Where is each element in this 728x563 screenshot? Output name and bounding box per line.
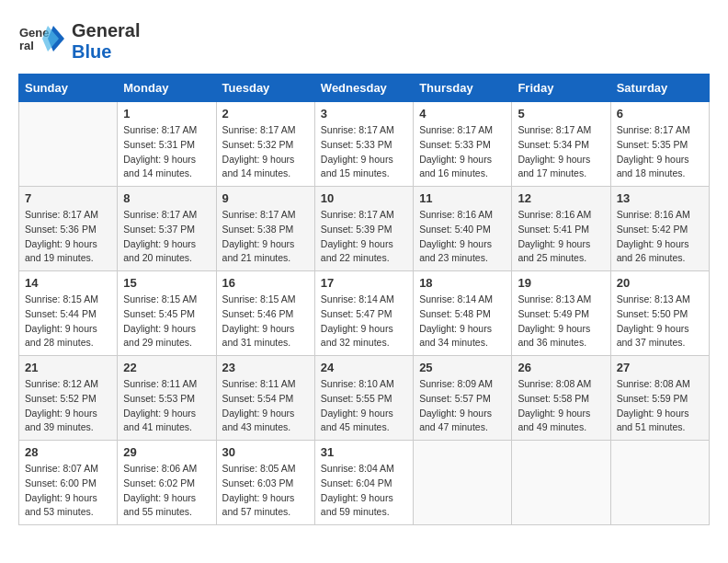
day-info: Sunrise: 8:04 AMSunset: 6:04 PMDaylight:…	[321, 462, 407, 520]
day-info: Sunrise: 8:09 AMSunset: 5:57 PMDaylight:…	[419, 377, 506, 435]
day-number: 7	[25, 191, 111, 205]
header-cell-wednesday: Wednesday	[314, 75, 413, 102]
day-number: 16	[222, 276, 309, 290]
day-cell: 15Sunrise: 8:15 AMSunset: 5:45 PMDayligh…	[118, 271, 216, 356]
day-info: Sunrise: 8:05 AMSunset: 6:03 PMDaylight:…	[222, 462, 309, 520]
day-info: Sunrise: 8:10 AMSunset: 5:55 PMDaylight:…	[321, 377, 407, 435]
day-info: Sunrise: 8:17 AMSunset: 5:33 PMDaylight:…	[419, 123, 506, 181]
logo-svg: Gene ral	[18, 18, 64, 64]
day-number: 13	[617, 191, 703, 205]
day-cell: 14Sunrise: 8:15 AMSunset: 5:44 PMDayligh…	[19, 271, 118, 356]
day-cell: 12Sunrise: 8:16 AMSunset: 5:41 PMDayligh…	[512, 187, 610, 271]
day-info: Sunrise: 8:08 AMSunset: 5:58 PMDaylight:…	[518, 377, 604, 435]
header-cell-tuesday: Tuesday	[216, 75, 314, 102]
day-number: 17	[321, 276, 407, 290]
day-info: Sunrise: 8:16 AMSunset: 5:42 PMDaylight:…	[617, 208, 703, 266]
week-row-3: 14Sunrise: 8:15 AMSunset: 5:44 PMDayligh…	[19, 271, 710, 356]
logo: Gene ral General Blue	[18, 18, 140, 64]
day-info: Sunrise: 8:17 AMSunset: 5:32 PMDaylight:…	[222, 123, 309, 181]
day-cell: 9Sunrise: 8:17 AMSunset: 5:38 PMDaylight…	[216, 187, 314, 271]
day-number: 25	[419, 361, 506, 374]
header-row: SundayMondayTuesdayWednesdayThursdayFrid…	[19, 75, 710, 102]
day-cell	[19, 102, 118, 187]
day-cell: 16Sunrise: 8:15 AMSunset: 5:46 PMDayligh…	[216, 271, 314, 356]
day-cell: 31Sunrise: 8:04 AMSunset: 6:04 PMDayligh…	[314, 441, 413, 525]
day-cell: 26Sunrise: 8:08 AMSunset: 5:58 PMDayligh…	[512, 356, 610, 441]
day-cell: 7Sunrise: 8:17 AMSunset: 5:36 PMDaylight…	[19, 187, 118, 271]
day-number: 26	[518, 361, 604, 374]
day-info: Sunrise: 8:15 AMSunset: 5:46 PMDaylight:…	[222, 293, 309, 350]
svg-text:ral: ral	[19, 39, 34, 52]
day-cell: 21Sunrise: 8:12 AMSunset: 5:52 PMDayligh…	[19, 356, 118, 441]
day-info: Sunrise: 8:12 AMSunset: 5:52 PMDaylight:…	[25, 377, 111, 435]
day-number: 24	[321, 361, 407, 374]
logo-blue: Blue	[72, 41, 140, 63]
day-number: 5	[518, 107, 604, 121]
day-info: Sunrise: 8:15 AMSunset: 5:45 PMDaylight:…	[123, 293, 210, 350]
day-number: 19	[518, 276, 604, 290]
calendar-body: 1Sunrise: 8:17 AMSunset: 5:31 PMDaylight…	[19, 102, 710, 525]
day-info: Sunrise: 8:13 AMSunset: 5:49 PMDaylight:…	[518, 293, 604, 350]
day-number: 3	[321, 107, 407, 121]
header-cell-monday: Monday	[118, 75, 216, 102]
calendar-table: SundayMondayTuesdayWednesdayThursdayFrid…	[18, 74, 710, 525]
day-info: Sunrise: 8:13 AMSunset: 5:50 PMDaylight:…	[617, 293, 703, 350]
day-cell: 13Sunrise: 8:16 AMSunset: 5:42 PMDayligh…	[610, 187, 709, 271]
day-info: Sunrise: 8:17 AMSunset: 5:36 PMDaylight:…	[25, 208, 111, 266]
week-row-2: 7Sunrise: 8:17 AMSunset: 5:36 PMDaylight…	[19, 187, 710, 271]
day-number: 22	[123, 361, 210, 374]
day-info: Sunrise: 8:17 AMSunset: 5:38 PMDaylight:…	[222, 208, 309, 266]
day-cell: 6Sunrise: 8:17 AMSunset: 5:35 PMDaylight…	[610, 102, 709, 187]
day-info: Sunrise: 8:11 AMSunset: 5:54 PMDaylight:…	[222, 377, 309, 435]
day-cell	[610, 441, 709, 525]
day-cell: 8Sunrise: 8:17 AMSunset: 5:37 PMDaylight…	[118, 187, 216, 271]
day-cell: 10Sunrise: 8:17 AMSunset: 5:39 PMDayligh…	[314, 187, 413, 271]
day-cell: 5Sunrise: 8:17 AMSunset: 5:34 PMDaylight…	[512, 102, 610, 187]
header-cell-friday: Friday	[512, 75, 610, 102]
day-info: Sunrise: 8:06 AMSunset: 6:02 PMDaylight:…	[123, 462, 210, 520]
day-number: 2	[222, 107, 309, 121]
day-number: 8	[123, 191, 210, 205]
day-cell: 28Sunrise: 8:07 AMSunset: 6:00 PMDayligh…	[19, 441, 118, 525]
logo-name: General Blue	[72, 20, 140, 63]
logo-general: General	[72, 20, 140, 41]
day-number: 23	[222, 361, 309, 374]
day-info: Sunrise: 8:17 AMSunset: 5:31 PMDaylight:…	[123, 123, 210, 181]
day-number: 30	[222, 445, 309, 459]
header-cell-thursday: Thursday	[414, 75, 512, 102]
day-number: 6	[617, 107, 703, 121]
day-cell: 23Sunrise: 8:11 AMSunset: 5:54 PMDayligh…	[216, 356, 314, 441]
day-info: Sunrise: 8:14 AMSunset: 5:47 PMDaylight:…	[321, 293, 407, 350]
day-info: Sunrise: 8:17 AMSunset: 5:33 PMDaylight:…	[321, 123, 407, 181]
header-cell-sunday: Sunday	[19, 75, 118, 102]
day-number: 12	[518, 191, 604, 205]
week-row-1: 1Sunrise: 8:17 AMSunset: 5:31 PMDaylight…	[19, 102, 710, 187]
calendar-header: SundayMondayTuesdayWednesdayThursdayFrid…	[19, 75, 710, 102]
day-cell: 25Sunrise: 8:09 AMSunset: 5:57 PMDayligh…	[414, 356, 512, 441]
day-number: 20	[617, 276, 703, 290]
day-number: 31	[321, 445, 407, 459]
day-cell: 11Sunrise: 8:16 AMSunset: 5:40 PMDayligh…	[414, 187, 512, 271]
day-info: Sunrise: 8:16 AMSunset: 5:41 PMDaylight:…	[518, 208, 604, 266]
day-cell: 22Sunrise: 8:11 AMSunset: 5:53 PMDayligh…	[118, 356, 216, 441]
logo-graphic: Gene ral	[18, 18, 64, 64]
day-cell	[512, 441, 610, 525]
day-number: 18	[419, 276, 506, 290]
day-cell: 17Sunrise: 8:14 AMSunset: 5:47 PMDayligh…	[314, 271, 413, 356]
day-info: Sunrise: 8:17 AMSunset: 5:34 PMDaylight:…	[518, 123, 604, 181]
day-cell: 29Sunrise: 8:06 AMSunset: 6:02 PMDayligh…	[118, 441, 216, 525]
day-number: 14	[25, 276, 111, 290]
day-number: 29	[123, 445, 210, 459]
day-info: Sunrise: 8:17 AMSunset: 5:37 PMDaylight:…	[123, 208, 210, 266]
day-number: 11	[419, 191, 506, 205]
day-cell: 19Sunrise: 8:13 AMSunset: 5:49 PMDayligh…	[512, 271, 610, 356]
day-number: 4	[419, 107, 506, 121]
day-info: Sunrise: 8:14 AMSunset: 5:48 PMDaylight:…	[419, 293, 506, 350]
week-row-5: 28Sunrise: 8:07 AMSunset: 6:00 PMDayligh…	[19, 441, 710, 525]
day-number: 1	[123, 107, 210, 121]
day-number: 10	[321, 191, 407, 205]
day-info: Sunrise: 8:11 AMSunset: 5:53 PMDaylight:…	[123, 377, 210, 435]
week-row-4: 21Sunrise: 8:12 AMSunset: 5:52 PMDayligh…	[19, 356, 710, 441]
day-number: 15	[123, 276, 210, 290]
day-cell: 2Sunrise: 8:17 AMSunset: 5:32 PMDaylight…	[216, 102, 314, 187]
